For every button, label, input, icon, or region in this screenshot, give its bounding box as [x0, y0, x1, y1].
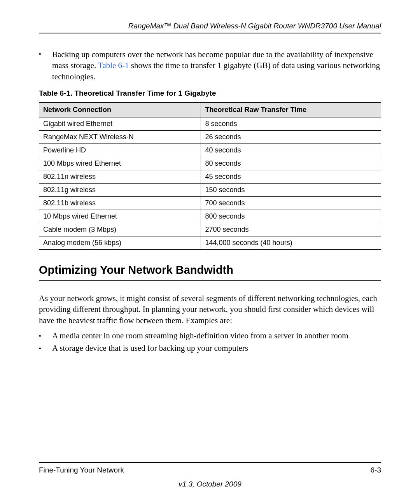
bullet-text: A storage device that is used for backin… [52, 342, 248, 355]
table-row: RangeMax NEXT Wireless-N26 seconds [39, 131, 381, 144]
col-header-connection: Network Connection [39, 103, 201, 117]
page: RangeMax™ Dual Band Wireless-N Gigabit R… [0, 0, 420, 504]
intro-text: Backing up computers over the network ha… [52, 49, 381, 82]
table-row: 802.11b wireless700 seconds [39, 197, 381, 210]
footer-page-number: 6-3 [371, 466, 381, 474]
cell-time: 150 seconds [201, 184, 381, 197]
cell-time: 80 seconds [201, 157, 381, 170]
page-footer: Fine-Tuning Your Network 6-3 v1.3, Octob… [39, 462, 381, 488]
col-header-time: Theoretical Raw Transfer Time [201, 103, 381, 117]
table-row: 100 Mbps wired Ethernet80 seconds [39, 157, 381, 170]
cell-time: 2700 seconds [201, 223, 381, 236]
table-row: 10 Mbps wired Ethernet800 seconds [39, 210, 381, 223]
table-row: Analog modem (56 kbps)144,000 seconds (4… [39, 236, 381, 250]
bullet-marker-icon: • [39, 342, 52, 355]
cell-time: 800 seconds [201, 210, 381, 223]
section-bullets: •A media center in one room streaming hi… [39, 330, 381, 354]
table-row: 802.11g wireless150 seconds [39, 184, 381, 197]
bullet-text: A media center in one room streaming hig… [52, 330, 348, 342]
intro-bullet: • Backing up computers over the network … [39, 49, 381, 82]
page-content: • Backing up computers over the network … [39, 33, 381, 462]
cell-time: 45 seconds [201, 170, 381, 184]
table-row: Powerline HD40 seconds [39, 144, 381, 157]
cell-time: 8 seconds [201, 117, 381, 131]
doc-title: RangeMax™ Dual Band Wireless-N Gigabit R… [128, 22, 381, 30]
footer-version: v1.3, October 2009 [39, 480, 381, 488]
list-item: •A storage device that is used for backi… [39, 342, 381, 355]
cell-connection: Analog modem (56 kbps) [39, 236, 201, 250]
list-item: •A media center in one room streaming hi… [39, 330, 381, 342]
cell-connection: 802.11b wireless [39, 197, 201, 210]
section-paragraph: As your network grows, it might consist … [39, 293, 381, 326]
cell-connection: Gigabit wired Ethernet [39, 117, 201, 131]
cell-connection: Cable modem (3 Mbps) [39, 223, 201, 236]
table-caption: Table 6-1. Theoretical Transfer Time for… [39, 89, 381, 98]
footer-row: Fine-Tuning Your Network 6-3 [39, 466, 381, 474]
transfer-time-table: Network Connection Theoretical Raw Trans… [39, 102, 381, 250]
cell-connection: RangeMax NEXT Wireless-N [39, 131, 201, 144]
footer-chapter: Fine-Tuning Your Network [39, 466, 124, 474]
bullet-marker-icon: • [39, 49, 52, 82]
cell-connection: 802.11n wireless [39, 170, 201, 184]
table-row: Cable modem (3 Mbps)2700 seconds [39, 223, 381, 236]
cell-time: 144,000 seconds (40 hours) [201, 236, 381, 250]
page-header: RangeMax™ Dual Band Wireless-N Gigabit R… [39, 22, 381, 33]
cell-connection: 100 Mbps wired Ethernet [39, 157, 201, 170]
bullet-marker-icon: • [39, 330, 52, 342]
cell-connection: Powerline HD [39, 144, 201, 157]
cell-time: 26 seconds [201, 131, 381, 144]
cell-time: 700 seconds [201, 197, 381, 210]
cell-connection: 10 Mbps wired Ethernet [39, 210, 201, 223]
table-header-row: Network Connection Theoretical Raw Trans… [39, 103, 381, 117]
section-heading: Optimizing Your Network Bandwidth [39, 264, 381, 281]
cell-connection: 802.11g wireless [39, 184, 201, 197]
table-row: 802.11n wireless45 seconds [39, 170, 381, 184]
cell-time: 40 seconds [201, 144, 381, 157]
table-ref-link[interactable]: Table 6-1 [98, 61, 129, 70]
table-row: Gigabit wired Ethernet8 seconds [39, 117, 381, 131]
